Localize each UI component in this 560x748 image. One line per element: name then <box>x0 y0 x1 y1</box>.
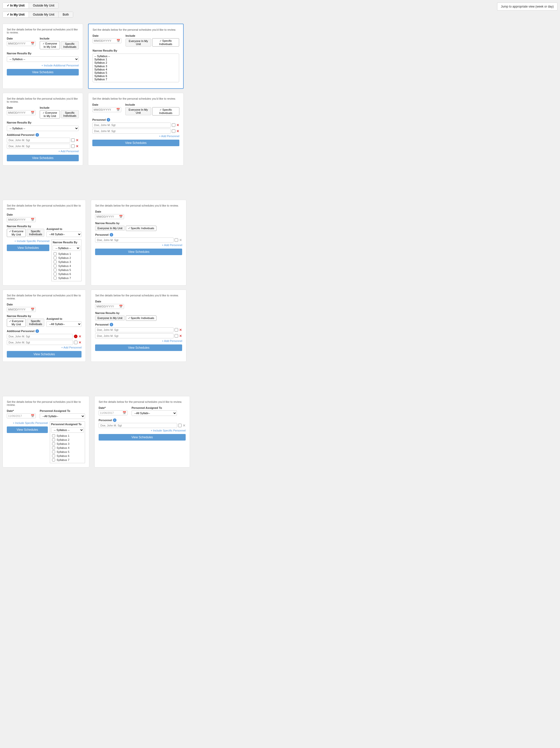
personnel-input-4l-1[interactable] <box>7 334 73 339</box>
add-personnel-link-4l[interactable]: Add Personnel <box>7 346 81 349</box>
personnel-check-5r-1[interactable] <box>178 424 182 427</box>
personnel-input-2l-1[interactable] <box>7 138 70 143</box>
date-input-4r[interactable] <box>96 305 119 308</box>
date-input-5r[interactable] <box>100 411 122 414</box>
everyone-my-unit-btn-3l[interactable]: ✓Everyone My Unit <box>7 229 26 237</box>
everyone-my-unit-btn-1[interactable]: ✓Everyone In My Unit <box>40 41 60 49</box>
info-icon-3r[interactable]: i <box>110 233 113 236</box>
everyone-my-unit-btn-2r[interactable]: Everyone In My Unit <box>125 107 151 115</box>
specific-individuals-btn-1r[interactable]: ✓Specific Individuals <box>152 38 179 47</box>
remove-personnel-2r-2[interactable]: ✕ <box>176 129 179 133</box>
personnel-assigned-to-select-5l[interactable]: --All Syllabi-- <box>40 413 85 419</box>
add-personnel-link-2r[interactable]: Add Personnel <box>92 135 179 138</box>
calendar-icon-2r[interactable]: 📅 <box>116 108 120 112</box>
remove-personnel-4r-2[interactable]: ✕ <box>179 334 182 338</box>
outside-my-unit-btn2[interactable]: Outside My Unit <box>29 12 59 17</box>
in-my-unit-btn1[interactable]: ✓ In My Unit <box>3 3 29 8</box>
info-icon-4r[interactable]: i <box>110 323 113 326</box>
include-additional-personnel-link-1[interactable]: Include Additional Personnel <box>7 64 79 67</box>
remove-personnel-4r-1[interactable]: ✕ <box>179 328 182 332</box>
specific-individuals-btn-2r[interactable]: ✓Specific Individuals <box>152 107 179 116</box>
personnel-check-2r-2[interactable] <box>172 129 176 133</box>
personnel-input-2l-2[interactable] <box>7 144 70 149</box>
calendar-icon-4r[interactable]: 📅 <box>119 305 123 308</box>
personnel-check-4r-2[interactable] <box>174 334 178 337</box>
add-personnel-link-2l[interactable]: Add Personnel <box>7 150 79 153</box>
view-schedules-btn-4r[interactable]: View Schedules <box>95 345 182 351</box>
everyone-my-unit-btn-3r[interactable]: Everyone In My Unit <box>95 226 124 231</box>
specific-individuals-btn-4r[interactable]: ✓Specific Individuals <box>126 315 157 321</box>
remove-personnel-2l-2[interactable]: ✕ <box>76 144 79 148</box>
include-specific-personnel-link-5l[interactable]: Include Specific Personnel <box>7 421 48 424</box>
calendar-icon-5r[interactable]: 📅 <box>122 411 126 415</box>
personnel-input-4r-1[interactable] <box>95 327 173 332</box>
view-schedules-btn-3l[interactable]: View Schedules <box>7 244 49 251</box>
everyone-my-unit-btn-4l[interactable]: ✓Everyone My Unit <box>7 319 26 327</box>
personnel-input-5r-1[interactable] <box>99 423 177 428</box>
personnel-check-3r-1[interactable] <box>174 238 178 242</box>
calendar-icon-5l[interactable]: 📅 <box>31 414 34 418</box>
calendar-icon-3l[interactable]: 📅 <box>31 218 34 221</box>
syllabi-select-5l[interactable]: -- Syllabus -- <box>51 427 84 433</box>
everyone-my-unit-btn-2l[interactable]: ✓Everyone In My Unit <box>40 110 60 118</box>
calendar-icon-4l[interactable]: 📅 <box>31 308 34 311</box>
remove-personnel-2r-1[interactable]: ✕ <box>176 123 179 127</box>
specific-individuals-btn-3r[interactable]: ✓Specific Individuals <box>126 226 157 231</box>
personnel-check-4l-2[interactable] <box>74 341 77 344</box>
remove-personnel-3r-1[interactable]: ✕ <box>179 238 182 242</box>
date-input-1r[interactable] <box>94 39 116 42</box>
info-icon-2l[interactable]: i <box>36 133 39 137</box>
date-input-2r[interactable] <box>94 108 116 111</box>
info-icon-4l[interactable]: i <box>36 329 39 333</box>
include-specific-personnel-link-5r[interactable]: Include Specific Personnel <box>99 429 186 432</box>
personnel-check-2l-1[interactable] <box>71 138 75 142</box>
remove-personnel-2l-1[interactable]: ✕ <box>76 138 79 142</box>
remove-personnel-4l-1[interactable]: ✕ <box>78 334 81 338</box>
calendar-icon-2l[interactable]: 📅 <box>31 111 34 115</box>
everyone-my-unit-btn-1r[interactable]: Everyone In My Unit <box>125 39 151 47</box>
specific-individuals-btn-1[interactable]: Specific Individuals <box>61 41 79 49</box>
calendar-icon-3r[interactable]: 📅 <box>119 215 123 218</box>
syllabus-select-3l-open[interactable]: -- Syllabus -- <box>52 245 80 251</box>
view-schedules-btn-1[interactable]: View Schedules <box>7 69 79 75</box>
view-schedules-btn-3r[interactable]: View Schedules <box>95 249 182 255</box>
jump-to-view-box[interactable]: Jump to appropriate view (week or day) <box>497 2 558 10</box>
add-personnel-link-4r[interactable]: Add Personnel <box>95 340 182 343</box>
include-specific-personnel-link-3l[interactable]: Include Specific Personnel <box>7 239 49 242</box>
both-btn[interactable]: Both <box>59 12 73 17</box>
personnel-input-3r-1[interactable] <box>95 237 173 242</box>
calendar-icon-1r[interactable]: 📅 <box>116 39 120 43</box>
syllabus-select-2l[interactable]: -- Syllabus -- <box>7 125 79 131</box>
personnel-input-4l-2[interactable] <box>7 340 73 345</box>
personnel-check-2l-2[interactable] <box>71 144 75 148</box>
personnel-input-4r-2[interactable] <box>95 333 173 338</box>
personnel-check-4r-1[interactable] <box>174 328 178 332</box>
remove-personnel-4l-2[interactable]: ✕ <box>78 341 81 345</box>
add-personnel-link-3r[interactable]: Add Personnel <box>95 243 182 247</box>
syllabus-select-1[interactable]: -- Syllabus -- <box>7 56 79 62</box>
in-my-unit-btn2[interactable]: ✓ In My Unit <box>3 12 29 17</box>
view-schedules-btn-5r[interactable]: View Schedules <box>99 434 186 441</box>
date-input-3r[interactable] <box>96 215 119 218</box>
date-input-2l[interactable] <box>8 111 31 114</box>
view-schedules-btn-2r[interactable]: View Schedules <box>92 140 179 146</box>
outside-my-unit-btn1[interactable]: Outside My Unit <box>29 3 59 8</box>
date-input-5l[interactable] <box>8 414 31 417</box>
date-input-4l[interactable] <box>8 308 31 311</box>
info-icon-5r[interactable]: i <box>113 418 116 422</box>
info-icon-2r[interactable]: i <box>107 118 110 121</box>
date-input-3l[interactable] <box>8 218 31 221</box>
calendar-icon-1[interactable]: 📅 <box>31 42 34 45</box>
personnel-check-2r-1[interactable] <box>172 123 176 127</box>
syllabus-select-1r[interactable]: -- Syllabus -- Syllabus 1 Syllabus 2 Syl… <box>93 53 179 82</box>
view-schedules-btn-4l[interactable]: View Schedules <box>7 351 81 357</box>
personnel-assigned-to-select-5r[interactable]: --All Syllabi-- <box>132 411 177 416</box>
personnel-input-2r-2[interactable] <box>92 128 171 134</box>
view-schedules-btn-2l[interactable]: View Schedules <box>7 155 79 161</box>
specific-individuals-btn-4l[interactable]: Specific Individuals <box>27 319 44 327</box>
remove-personnel-5r-1[interactable]: ✕ <box>183 423 186 427</box>
assigned-to-select-3l[interactable]: --All Syllabi-- <box>46 232 81 237</box>
view-schedules-btn-5l[interactable]: View Schedules <box>7 426 48 433</box>
specific-individuals-btn-3l[interactable]: Specific Individuals <box>27 229 44 237</box>
everyone-my-unit-btn-4r[interactable]: Everyone In My Unit <box>95 315 124 321</box>
